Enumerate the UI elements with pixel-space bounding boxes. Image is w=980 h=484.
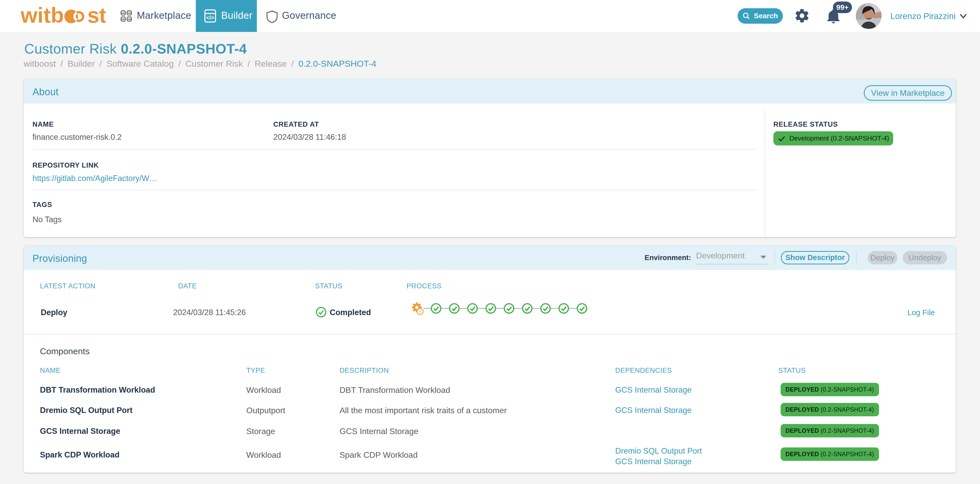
svg-text:!: ! [419,309,421,314]
svg-text:witb: witb [21,3,64,27]
svg-text:</>: </> [206,14,214,21]
svg-text:st: st [88,3,106,27]
